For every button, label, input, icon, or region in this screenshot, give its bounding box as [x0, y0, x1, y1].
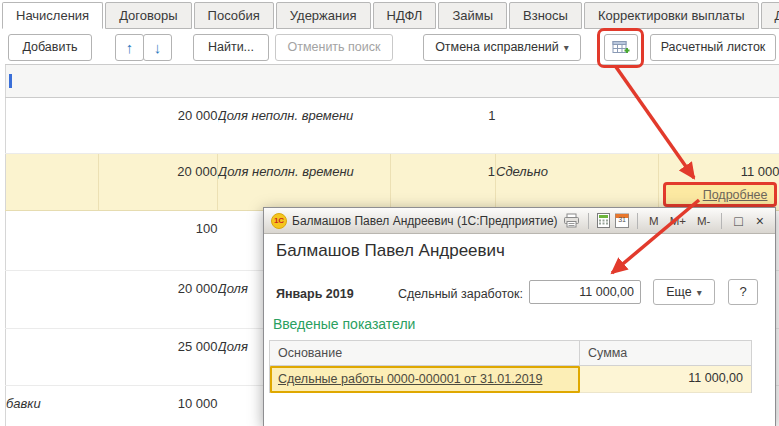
titlebar-separator: [637, 213, 638, 229]
tab-zaimy[interactable]: Займы: [438, 2, 507, 29]
amount-cell: 100: [99, 211, 218, 271]
indicators-table: Основание Сумма Сдельные работы 0000-000…: [269, 340, 752, 393]
undo-corrections-label: Отмена исправлений: [435, 40, 559, 54]
tab-vznosy[interactable]: Взносы: [509, 2, 582, 29]
more-label: Еще: [666, 285, 691, 299]
qty-cell: 1: [391, 154, 496, 211]
amount-cell: 20 000: [99, 154, 218, 211]
basis-column-header[interactable]: Основание: [270, 341, 580, 365]
employee-detail-window: 1С Балмашов Павел Андреевич (1С:Предприя…: [263, 207, 776, 426]
titlebar-separator: [588, 213, 589, 229]
header-marker: [9, 74, 12, 88]
titlebar-separator: [721, 213, 722, 229]
show-details-button[interactable]: [604, 34, 638, 61]
indicators-table-row[interactable]: Сдельные работы 0000-000001 от 31.01.201…: [270, 366, 751, 393]
find-button[interactable]: Найти...: [193, 34, 269, 61]
amount-cell: 10 000: [99, 386, 218, 426]
period-label: Январь 2019: [276, 282, 354, 306]
tab-strip: Начисления Договоры Пособия Удержания НД…: [2, 2, 779, 29]
close-icon[interactable]: ×: [752, 211, 768, 231]
total-value: 11 000: [741, 164, 779, 179]
table-row[interactable]: 20 000 Доля неполн. времени 1: [6, 98, 779, 154]
chevron-down-icon: ▾: [564, 42, 569, 53]
print-icon[interactable]: [563, 211, 580, 231]
tab-nachisleniya[interactable]: Начисления: [2, 2, 103, 29]
window-titlebar[interactable]: 1С Балмашов Павел Андреевич (1С:Предприя…: [264, 208, 775, 234]
name-cell: бавки: [6, 386, 99, 426]
tab-donachisleniya[interactable]: Доначисления,: [761, 2, 779, 29]
help-button[interactable]: ?: [728, 279, 758, 305]
basis-cell[interactable]: Сдельные работы 0000-000001 от 31.01.201…: [270, 366, 580, 393]
details-link[interactable]: Подробнее: [703, 188, 768, 202]
calendar-day-label: 31: [615, 216, 629, 223]
entered-indicators-title: Введеные показатели: [273, 316, 415, 332]
calculator-icon[interactable]: [597, 211, 610, 231]
employee-name-heading: Балмашов Павел Андреевич: [276, 241, 505, 261]
tab-ndfl[interactable]: НДФЛ: [373, 2, 437, 29]
memory-minus-button[interactable]: M-: [694, 211, 713, 231]
sum-column-header[interactable]: Сумма: [580, 341, 751, 365]
chevron-down-icon: ▾: [697, 287, 702, 298]
indicators-table-header: Основание Сумма: [270, 341, 751, 366]
share-cell: Доля неполн. времени: [218, 98, 391, 154]
payslip-button[interactable]: Расчетный листок: [650, 34, 776, 61]
qty-cell: 1: [391, 98, 496, 154]
share-cell: Доля неполн. времени: [218, 154, 391, 211]
more-button[interactable]: Еще▾: [653, 279, 715, 305]
amount-cell: 20 000: [99, 271, 218, 329]
memory-plus-button[interactable]: M+: [667, 211, 689, 231]
table-plus-icon: [612, 40, 630, 56]
basis-document-link[interactable]: Сдельные работы 0000-000001 от 31.01.201…: [278, 372, 543, 386]
tab-korrektirovki[interactable]: Корректировки выплаты: [584, 2, 759, 29]
amount-cell: 20 000: [99, 98, 218, 154]
move-down-button[interactable]: ↓: [143, 34, 172, 61]
undo-corrections-button[interactable]: Отмена исправлений▾: [423, 34, 581, 61]
tab-uderzhaniya[interactable]: Удержания: [276, 2, 371, 29]
calendar-icon[interactable]: 31: [615, 211, 629, 231]
sum-cell: 11 000,00: [580, 366, 751, 393]
1c-logo-icon: 1С: [271, 213, 287, 229]
table-row-selected[interactable]: 20 000 Доля неполн. времени 1 Сдельно 11…: [6, 154, 779, 211]
maximize-button[interactable]: □: [730, 211, 746, 231]
tab-dogovory[interactable]: Договоры: [105, 2, 191, 29]
amount-cell: 25 000: [99, 329, 218, 386]
total-cell: 11 000 Подробнее: [659, 154, 779, 211]
tab-posobiya[interactable]: Пособия: [194, 2, 274, 29]
table-header-row: [6, 65, 779, 98]
memory-button[interactable]: M: [646, 211, 662, 231]
cancel-search-button[interactable]: Отменить поиск: [275, 34, 393, 61]
window-title: Балмашов Павел Андреевич (1С:Предприятие…: [292, 214, 558, 228]
piecework-earnings-label: Сдельный заработок:: [398, 282, 523, 306]
add-button[interactable]: Добавить: [8, 34, 92, 61]
method-cell: Сдельно: [496, 154, 659, 211]
annotation-box-details: Подробнее: [663, 182, 777, 207]
piecework-earnings-input[interactable]: [529, 280, 641, 304]
move-up-button[interactable]: ↑: [115, 34, 144, 61]
